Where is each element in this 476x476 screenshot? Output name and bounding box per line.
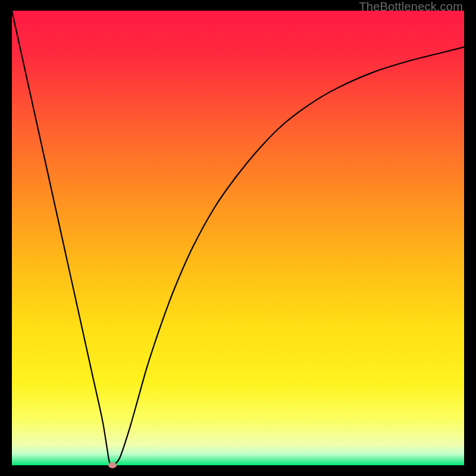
chart-container: TheBottleneck.com <box>0 0 476 476</box>
watermark-text: TheBottleneck.com <box>359 0 463 14</box>
optimal-point-marker <box>108 462 117 468</box>
curve-layer <box>12 11 464 465</box>
plot-area <box>12 11 464 465</box>
bottleneck-curve <box>12 11 464 465</box>
